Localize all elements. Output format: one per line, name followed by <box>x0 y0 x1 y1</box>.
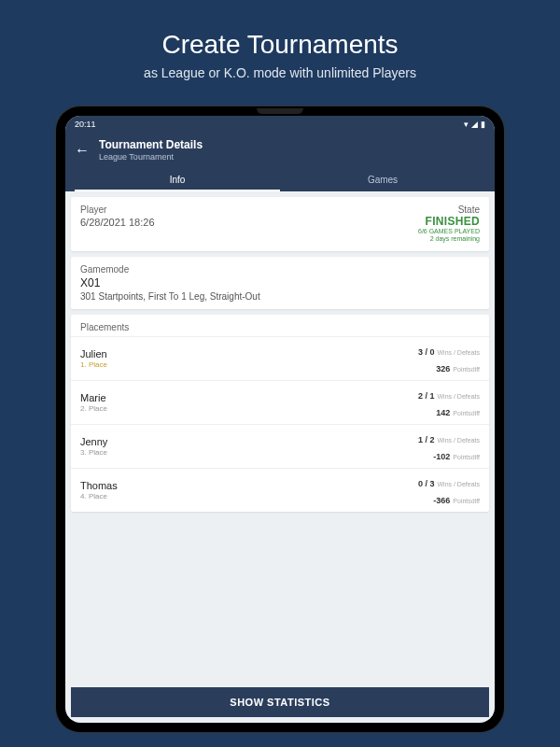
player-state-card: Player 6/28/2021 18:26 State FINISHED 6/… <box>71 197 489 251</box>
promo-title: Create Tournaments <box>161 30 398 60</box>
gamemode-description: 301 Startpoints, First To 1 Leg, Straigh… <box>80 291 480 302</box>
player-datetime: 6/28/2021 18:26 <box>80 217 155 228</box>
placement-rank: 4. Place <box>80 492 118 500</box>
gamemode-label: Gamemode <box>80 264 480 275</box>
tablet-screen: 20:11 ▾ ◢ ▮ ← Tournament Details League … <box>65 116 495 723</box>
tablet-notch <box>257 108 303 114</box>
tab-games[interactable]: Games <box>280 169 485 191</box>
placement-name: Thomas <box>80 480 118 491</box>
wifi-icon: ▾ <box>464 120 469 129</box>
diff-label: Pointsdiff <box>453 454 480 460</box>
diff-label: Pointsdiff <box>453 410 480 416</box>
tablet-frame: 20:11 ▾ ◢ ▮ ← Tournament Details League … <box>56 106 504 732</box>
placement-score: 2 / 1 <box>418 391 435 401</box>
state-sub-games: 6/6 GAMES PLAYED <box>418 228 480 235</box>
state-sub-days: 2 days remaining <box>418 235 480 243</box>
placement-rank: 1. Place <box>80 360 107 369</box>
placement-name: Julien <box>80 348 107 359</box>
placement-diff: 142 <box>436 408 450 417</box>
back-icon[interactable]: ← <box>75 142 90 159</box>
diff-label: Pointsdiff <box>453 498 480 504</box>
statusbar-time: 20:11 <box>75 120 96 129</box>
statusbar-icons: ▾ ◢ ▮ <box>464 120 485 129</box>
score-label: Wins / Defeats <box>437 393 480 400</box>
placement-score: 1 / 2 <box>418 435 435 444</box>
score-label: Wins / Defeats <box>437 437 480 444</box>
statusbar: 20:11 ▾ ◢ ▮ <box>65 116 495 133</box>
tab-info[interactable]: Info <box>75 169 280 191</box>
placement-row[interactable]: Marie 2. Place 2 / 1Wins / Defeats 142Po… <box>71 380 489 424</box>
show-statistics-button[interactable]: SHOW STATISTICS <box>71 687 489 717</box>
content-area: Player 6/28/2021 18:26 State FINISHED 6/… <box>65 191 495 682</box>
score-label: Wins / Defeats <box>437 481 480 487</box>
placement-diff: -102 <box>433 452 450 461</box>
promo-subtitle: as League or K.O. mode with unlimited Pl… <box>144 65 416 80</box>
page-title: Tournament Details <box>99 138 203 151</box>
placement-score: 3 / 0 <box>418 347 435 357</box>
placement-score: 0 / 3 <box>418 479 435 488</box>
placement-row[interactable]: Julien 1. Place 3 / 0Wins / Defeats 326P… <box>71 336 489 380</box>
placements-title: Placements <box>71 322 489 336</box>
gamemode-name: X01 <box>80 276 480 289</box>
tabs: Info Games <box>75 169 485 191</box>
placement-diff: -366 <box>433 496 450 505</box>
battery-icon: ▮ <box>481 120 485 129</box>
placement-name: Marie <box>80 392 107 403</box>
placement-row[interactable]: Thomas 4. Place 0 / 3Wins / Defeats -366… <box>71 468 489 512</box>
header-titles: Tournament Details League Tournament <box>99 138 203 162</box>
page-subtitle: League Tournament <box>99 152 203 162</box>
score-label: Wins / Defeats <box>437 349 480 356</box>
gamemode-card: Gamemode X01 301 Startpoints, First To 1… <box>71 257 489 309</box>
state-value: FINISHED <box>418 215 480 228</box>
app-header: ← Tournament Details League Tournament I… <box>65 133 495 191</box>
player-label: Player <box>80 204 155 215</box>
state-label: State <box>418 204 480 215</box>
placement-rank: 2. Place <box>80 404 107 413</box>
placement-row[interactable]: Jenny 3. Place 1 / 2Wins / Defeats -102P… <box>71 424 489 468</box>
placement-diff: 326 <box>436 364 450 374</box>
placements-card: Placements Julien 1. Place 3 / 0Wins / D… <box>71 315 489 512</box>
placement-rank: 3. Place <box>80 448 107 457</box>
signal-icon: ◢ <box>471 120 478 129</box>
placement-name: Jenny <box>80 436 107 447</box>
diff-label: Pointsdiff <box>453 366 480 373</box>
